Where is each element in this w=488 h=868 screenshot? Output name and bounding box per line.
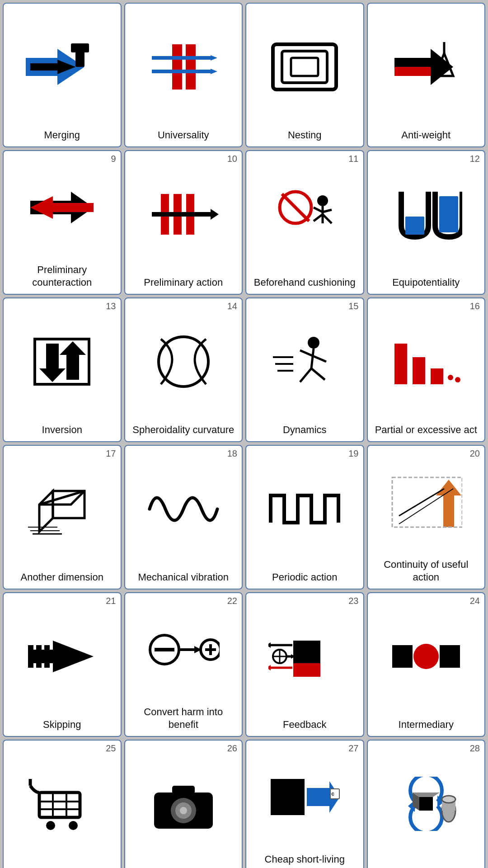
nesting-icon (249, 7, 361, 126)
svg-rect-35 (439, 196, 458, 232)
card-preliminary-counteraction[interactable]: 9 Preliminary counteraction (3, 150, 122, 295)
card-periodic-action[interactable]: 19 Periodic action (245, 445, 364, 590)
svg-line-44 (300, 368, 311, 382)
continuity-of-useful-action-label: Continuity of useful action (371, 558, 482, 584)
card-intermediary[interactable]: 24 Intermediary (367, 592, 486, 737)
svg-line-46 (300, 350, 314, 356)
card-number-18: 18 (227, 448, 237, 459)
svg-line-45 (311, 368, 325, 380)
card-dynamics[interactable]: 15 Dynamics (245, 297, 364, 442)
beforehand-cushioning-icon (249, 155, 361, 274)
svg-point-54 (448, 375, 453, 380)
svg-point-103 (180, 807, 187, 814)
card-number-24: 24 (470, 596, 480, 606)
card-number-14: 14 (227, 301, 237, 311)
svg-rect-5 (71, 43, 89, 52)
universality-label: Universality (158, 129, 209, 142)
svg-marker-111 (419, 797, 433, 811)
card-self-service[interactable]: 25 Self service (3, 740, 122, 868)
svg-line-33 (323, 210, 332, 212)
mechanical-vibration-label: Mechanical vibration (138, 571, 229, 584)
card-number-27: 27 (348, 743, 358, 754)
merging-icon (6, 7, 118, 126)
svg-rect-92 (39, 793, 80, 817)
anti-weight-label: Anti-weight (401, 129, 450, 142)
feedback-icon (249, 597, 361, 716)
mechanical-substitution-label: Mechanical substitution (374, 866, 478, 868)
card-inversion[interactable]: 13 Inversion (3, 297, 122, 442)
svg-rect-89 (392, 645, 413, 668)
card-cheap-short-living-objects[interactable]: 27 ¢ Cheap short-living objects (245, 740, 364, 868)
self-service-label: Self service (36, 866, 88, 868)
card-universality[interactable]: Universality (124, 3, 243, 147)
card-another-dimension[interactable]: 17 Another dimension (3, 445, 122, 590)
another-dimension-label: Another dimension (21, 571, 103, 584)
card-copying[interactable]: 26 Copying (124, 740, 243, 868)
card-mechanical-vibration[interactable]: 18 Mechanical vibration (124, 445, 243, 590)
svg-marker-25 (211, 209, 219, 220)
svg-point-116 (442, 796, 455, 803)
svg-line-64 (399, 489, 444, 516)
intermediary-label: Intermediary (399, 718, 454, 731)
card-number-10: 10 (227, 154, 237, 164)
card-number-23: 23 (348, 596, 358, 606)
svg-marker-62 (436, 480, 461, 527)
card-feedback[interactable]: 23 Feedback (245, 592, 364, 737)
svg-rect-53 (431, 368, 443, 384)
cards-grid: Merging Universality N (0, 0, 488, 868)
spheroidality-curvature-icon (128, 302, 239, 421)
svg-marker-83 (268, 665, 271, 670)
dynamics-label: Dynamics (283, 424, 327, 437)
svg-rect-69 (44, 645, 50, 668)
svg-point-99 (69, 821, 78, 830)
card-beforehand-cushioning[interactable]: 11 Beforehand cushioning (245, 150, 364, 295)
card-continuity-of-useful-action[interactable]: 20 Continuity of useful action (367, 445, 486, 590)
partial-or-excessive-act-icon (371, 302, 482, 421)
periodic-action-label: Periodic action (272, 571, 337, 584)
card-number-16: 16 (470, 301, 480, 311)
svg-point-98 (46, 821, 55, 830)
card-number-28: 28 (470, 743, 480, 754)
svg-rect-7 (186, 44, 196, 90)
card-number-19: 19 (348, 448, 358, 459)
card-number-13: 13 (106, 301, 116, 311)
svg-marker-9 (211, 55, 217, 61)
partial-or-excessive-act-label: Partial or excessive act (375, 424, 477, 437)
card-number-26: 26 (227, 743, 237, 754)
another-dimension-icon (6, 449, 118, 568)
card-partial-or-excessive-act[interactable]: 16 Partial or excessive act (367, 297, 486, 442)
spheroidality-curvature-label: Spheroidality curvature (132, 424, 234, 437)
beforehand-cushioning-label: Beforehand cushioning (254, 276, 356, 289)
svg-marker-57 (39, 491, 53, 532)
card-mechanical-substitution[interactable]: 28 Mechanical substitution (367, 740, 486, 868)
svg-rect-13 (282, 51, 327, 83)
svg-point-42 (308, 337, 319, 349)
svg-line-31 (323, 214, 332, 223)
preliminary-action-label: Preliminary action (144, 276, 223, 289)
convert-harm-into-benefit-label: Convert harm into benefit (128, 706, 239, 731)
preliminary-counteraction-icon (6, 155, 118, 261)
svg-line-27 (282, 194, 309, 221)
card-nesting[interactable]: Nesting (245, 3, 364, 147)
card-convert-harm-into-benefit[interactable]: 22 Convert harm into benefit (124, 592, 243, 737)
card-anti-weight[interactable]: Anti-weight (367, 3, 486, 147)
dynamics-icon (249, 302, 361, 421)
card-spheroidality-curvature[interactable]: 14 Spheroidality curvature (124, 297, 243, 442)
cheap-short-living-objects-icon: ¢ (249, 744, 361, 850)
svg-line-43 (311, 349, 314, 368)
svg-rect-34 (405, 217, 424, 235)
equipotentiality-label: Equipotentiality (392, 276, 460, 289)
card-preliminary-action[interactable]: 10 Preliminary action (124, 150, 243, 295)
svg-text:¢: ¢ (331, 791, 334, 797)
svg-rect-37 (46, 344, 59, 371)
card-skipping[interactable]: 21 Skipping (3, 592, 122, 737)
feedback-label: Feedback (283, 718, 327, 731)
card-merging[interactable]: Merging (3, 3, 122, 147)
card-equipotentiality[interactable]: 12 Equipotentiality (367, 150, 486, 295)
svg-point-55 (455, 377, 460, 382)
copying-label: Copying (165, 866, 202, 868)
mechanical-vibration-icon (128, 449, 239, 568)
skipping-icon (6, 597, 118, 716)
svg-rect-91 (440, 645, 460, 668)
preliminary-counteraction-label: Preliminary counteraction (6, 264, 118, 289)
